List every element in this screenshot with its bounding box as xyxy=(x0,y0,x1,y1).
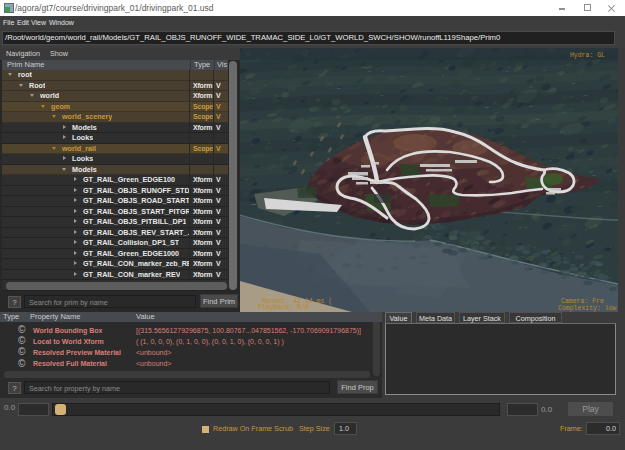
svg-text:Playback: N/A: Playback: N/A xyxy=(258,304,309,311)
svg-text:Complexity: low: Complexity: low xyxy=(558,305,617,312)
svg-text:Camera: Fre: Camera: Fre xyxy=(561,298,604,305)
svg-text:Hydra: GL: Hydra: GL xyxy=(570,52,605,59)
